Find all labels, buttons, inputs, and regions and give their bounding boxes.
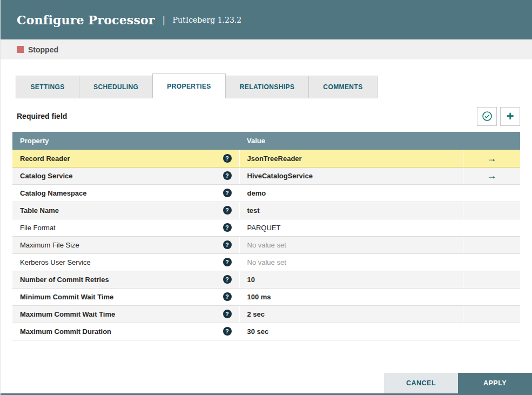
property-name: Minimum Commit Wait Time [20, 293, 113, 301]
tab-relationships[interactable]: RELATIONSHIPS [225, 76, 309, 98]
table-row[interactable]: Kerberos User Service ? No value set → [12, 253, 520, 271]
dialog-content: SETTINGS SCHEDULING PROPERTIES RELATIONS… [1, 73, 532, 340]
cancel-button[interactable]: CANCEL [384, 373, 458, 393]
help-icon[interactable]: ? [223, 240, 232, 249]
properties-toolbar: Required field + [12, 106, 520, 126]
table-row[interactable]: Number of Commit Retries ? 10 → [12, 271, 520, 288]
add-property-button[interactable]: + [500, 107, 520, 126]
help-icon[interactable]: ? [223, 206, 232, 215]
property-name: Maximum Commit Duration [20, 327, 111, 336]
help-icon[interactable]: ? [223, 292, 232, 301]
property-name: Number of Commit Retries [20, 276, 109, 284]
processor-type-version: PutIceberg 1.23.2 [173, 16, 242, 24]
dialog-footer: CANCEL APPLY [384, 373, 532, 393]
help-icon[interactable]: ? [223, 258, 232, 266]
property-name: Maximum File Size [20, 241, 79, 249]
properties-table-body: Record Reader ? JsonTreeReader → Catalog… [12, 150, 520, 340]
table-row[interactable]: Catalog Namespace ? demo → [12, 184, 520, 202]
property-value[interactable]: No value set [247, 241, 286, 249]
table-row[interactable]: Catalog Service ? HiveCatalogService → [12, 167, 520, 184]
tab-settings[interactable]: SETTINGS [16, 76, 79, 98]
go-to-service-arrow-icon[interactable]: → [487, 153, 496, 164]
property-value[interactable]: JsonTreeReader [247, 155, 302, 163]
property-value[interactable]: HiveCatalogService [247, 172, 313, 180]
property-name: Catalog Namespace [20, 189, 87, 197]
table-row[interactable]: Maximum File Size ? No value set → [12, 236, 520, 253]
dialog-title: Configure Processor [17, 13, 155, 27]
property-name: Catalog Service [20, 172, 73, 180]
required-field-label: Required field [12, 112, 67, 120]
help-icon[interactable]: ? [223, 189, 232, 197]
status-bar: Stopped [1, 39, 532, 59]
help-icon[interactable]: ? [223, 223, 232, 232]
property-name: Kerberos User Service [20, 258, 91, 266]
table-row[interactable]: Minimum Commit Wait Time ? 100 ms → [12, 288, 520, 305]
circle-check-icon [482, 111, 493, 122]
property-name: Maximum Commit Wait Time [20, 310, 115, 318]
dialog-header: Configure Processor | PutIceberg 1.23.2 [1, 0, 532, 39]
table-row[interactable]: Maximum Commit Wait Time ? 2 sec → [12, 305, 520, 323]
plus-icon: + [506, 110, 514, 123]
property-column-header: Property [12, 132, 239, 150]
properties-table: Property Value Record Reader ? JsonTreeR… [12, 132, 520, 340]
property-name: Table Name [20, 206, 59, 215]
tab-scheduling[interactable]: SCHEDULING [79, 76, 153, 98]
property-name: Record Reader [20, 155, 70, 163]
table-row[interactable]: Table Name ? test → [12, 202, 520, 219]
property-value[interactable]: PARQUET [247, 224, 281, 232]
help-icon[interactable]: ? [223, 171, 232, 180]
stopped-status-icon [17, 46, 24, 53]
table-row[interactable]: Maximum Commit Duration ? 30 sec → [12, 323, 520, 340]
tab-comments[interactable]: COMMENTS [308, 76, 377, 98]
table-row[interactable]: File Format ? PARQUET → [12, 219, 520, 236]
table-header-row: Property Value [12, 132, 520, 150]
property-value[interactable]: 30 sec [247, 327, 269, 336]
tab-bar: SETTINGS SCHEDULING PROPERTIES RELATIONS… [12, 73, 520, 98]
property-value[interactable]: demo [247, 189, 266, 197]
table-row[interactable]: Record Reader ? JsonTreeReader → [12, 150, 520, 167]
go-to-service-arrow-icon[interactable]: → [487, 170, 496, 181]
verify-properties-button[interactable] [477, 107, 497, 126]
help-icon[interactable]: ? [223, 154, 232, 163]
tab-properties[interactable]: PROPERTIES [152, 73, 225, 98]
apply-button[interactable]: APPLY [458, 373, 532, 393]
configure-processor-dialog: Configure Processor | PutIceberg 1.23.2 … [0, 0, 532, 395]
property-name: File Format [20, 224, 56, 232]
property-value[interactable]: No value set [247, 258, 286, 266]
actions-column-header [463, 132, 520, 150]
value-column-header: Value [239, 132, 463, 150]
help-icon[interactable]: ? [223, 275, 232, 284]
help-icon[interactable]: ? [223, 310, 232, 318]
property-value[interactable]: 10 [247, 276, 255, 284]
property-value[interactable]: test [247, 206, 260, 215]
status-label: Stopped [28, 45, 58, 54]
help-icon[interactable]: ? [223, 327, 232, 336]
title-separator: | [163, 14, 165, 26]
property-value[interactable]: 2 sec [247, 310, 265, 318]
property-value[interactable]: 100 ms [247, 293, 271, 301]
